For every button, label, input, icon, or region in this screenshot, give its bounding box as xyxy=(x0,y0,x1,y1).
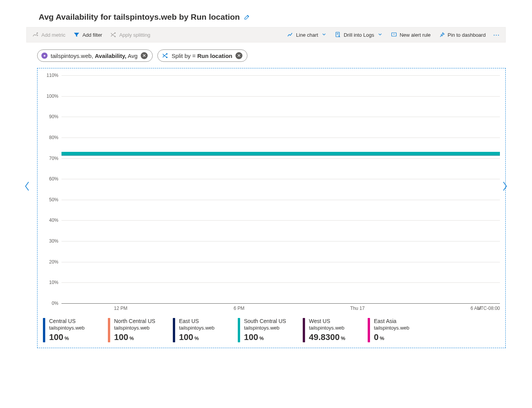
chevron-down-icon xyxy=(321,32,327,38)
chevron-down-icon xyxy=(377,32,383,38)
edit-title-icon[interactable] xyxy=(244,14,251,20)
pin-button[interactable]: Pin to dashboard xyxy=(437,30,487,40)
drill-logs-label: Drill into Logs xyxy=(344,32,374,38)
y-tick-label: 60% xyxy=(49,176,58,182)
y-tick-label: 110% xyxy=(46,73,58,78)
drill-logs-dropdown[interactable]: Drill into Logs xyxy=(333,30,384,40)
pill-resource: tailspintoys.web, xyxy=(51,53,93,59)
x-tick-label: Thu 17 xyxy=(350,306,365,311)
add-metric-button[interactable]: Add metric xyxy=(31,30,67,40)
y-tick-label: 0% xyxy=(52,301,58,306)
new-alert-label: New alert rule xyxy=(400,32,431,38)
gridline xyxy=(61,282,500,283)
x-tick-label: 6 PM xyxy=(234,306,244,311)
add-filter-button[interactable]: Add filter xyxy=(72,30,104,40)
x-tick-label: 6 AM xyxy=(471,306,481,311)
split-pill[interactable]: Split by = Run location ✕ xyxy=(157,49,247,62)
gridline xyxy=(61,158,500,159)
svg-point-6 xyxy=(166,57,167,58)
svg-point-5 xyxy=(166,53,167,54)
remove-split-icon[interactable]: ✕ xyxy=(235,52,242,59)
chart-type-dropdown[interactable]: Line chart xyxy=(285,30,328,40)
more-menu-button[interactable]: ··· xyxy=(492,32,501,38)
apply-splitting-button[interactable]: Apply splitting xyxy=(108,30,152,40)
next-chart-button[interactable] xyxy=(500,178,510,194)
appinsights-icon: ✦ xyxy=(41,53,48,59)
pin-icon xyxy=(438,31,445,38)
gridline xyxy=(61,200,500,200)
pill-metric: Availability, xyxy=(95,53,126,59)
y-tick-label: 70% xyxy=(49,156,58,161)
metric-pill[interactable]: ✦ tailspintoys.web, Availability, Avg ✕ xyxy=(37,49,153,62)
y-tick-label: 10% xyxy=(49,280,58,285)
chart-title: Avg Availability for tailspintoys.web by… xyxy=(39,12,240,22)
split-value: Run location xyxy=(197,53,232,59)
y-tick-label: 50% xyxy=(49,197,58,202)
plot-area[interactable]: 0%10%20%30%40%50%60%70%80%90%100%110% xyxy=(43,75,500,303)
split-prefix: Split by = xyxy=(172,53,196,59)
pill-aggregation: Avg xyxy=(128,53,138,59)
chart-toolbar: Add metric Add filter Apply splitting Li… xyxy=(26,27,506,42)
x-tick-label: 12 PM xyxy=(114,306,128,311)
alert-icon xyxy=(390,31,397,38)
y-tick-label: 90% xyxy=(49,114,58,119)
legend-swatch xyxy=(43,318,45,342)
add-filter-label: Add filter xyxy=(82,32,102,38)
y-tick-label: 20% xyxy=(49,259,58,265)
remove-metric-icon[interactable]: ✕ xyxy=(141,52,148,59)
new-alert-button[interactable]: New alert rule xyxy=(389,30,432,40)
filter-icon xyxy=(73,31,80,38)
chart-type-label: Line chart xyxy=(296,32,318,38)
gridline xyxy=(61,75,500,76)
line-chart-icon xyxy=(287,31,294,38)
y-tick-label: 40% xyxy=(49,218,58,223)
y-tick-label: 80% xyxy=(49,135,58,140)
gridline xyxy=(61,117,500,117)
gridline xyxy=(61,241,500,241)
gridline xyxy=(61,179,500,179)
chart-container: 0%10%20%30%40%50%60%70%80%90%100%110% UT… xyxy=(37,68,506,348)
split-icon xyxy=(162,52,169,59)
gridline xyxy=(61,303,500,304)
gridline xyxy=(61,96,500,97)
pin-label: Pin to dashboard xyxy=(448,32,486,38)
logs-icon xyxy=(334,31,341,38)
add-metric-label: Add metric xyxy=(41,32,65,38)
gridline xyxy=(61,220,500,221)
prev-chart-button[interactable] xyxy=(22,178,32,194)
y-tick-label: 100% xyxy=(46,94,58,99)
y-tick-label: 30% xyxy=(49,238,58,244)
gridline xyxy=(61,262,500,262)
apply-splitting-label: Apply splitting xyxy=(119,32,150,38)
gridline xyxy=(61,138,500,138)
